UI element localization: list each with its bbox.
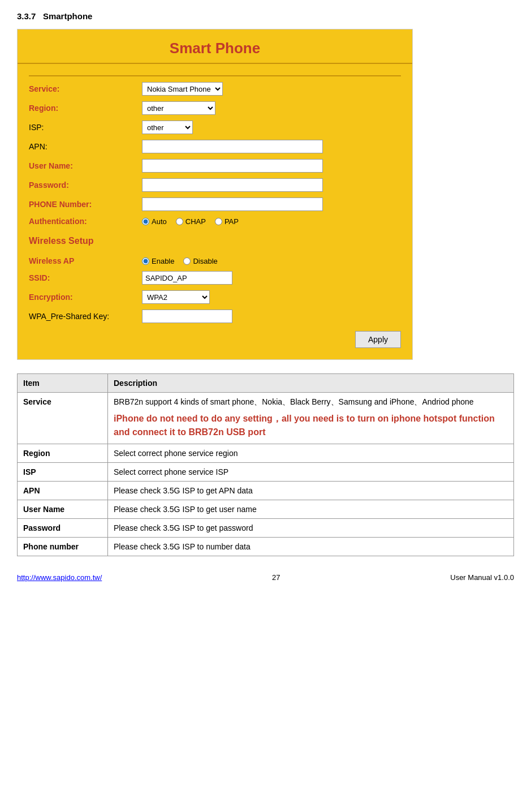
table-row: RegionSelect correct phone service regio… <box>18 444 514 463</box>
info-table: Item Description ServiceBRB72n support 4… <box>17 373 514 556</box>
panel-title: Smart Phone <box>170 40 260 57</box>
apply-row: Apply <box>29 331 401 348</box>
table-col2-header: Description <box>108 374 514 393</box>
password-input[interactable] <box>142 178 323 192</box>
phone-input[interactable] <box>142 197 323 211</box>
table-header-row: Item Description <box>18 374 514 393</box>
username-input[interactable] <box>142 159 323 173</box>
table-cell-description: Select correct phone service ISP <box>108 463 514 482</box>
encryption-row: Encryption: WPA2 WPA WEP None <box>29 290 401 304</box>
description-highlight: iPhone do not need to do any setting，all… <box>114 412 508 439</box>
table-cell-item: User Name <box>18 500 108 519</box>
panel-body: Service: Nokia Smart Phone Black Berry S… <box>18 64 412 359</box>
encryption-select[interactable]: WPA2 WPA WEP None <box>142 290 210 304</box>
wireless-disable-text: Disable <box>193 257 217 265</box>
auth-chap-radio[interactable] <box>176 218 183 225</box>
section-heading: 3.3.7 Smartphone <box>17 11 514 21</box>
auth-auto-radio[interactable] <box>142 218 149 225</box>
table-cell-description: Please check 3.5G ISP to get APN data <box>108 482 514 500</box>
service-row: Service: Nokia Smart Phone Black Berry S… <box>29 82 401 96</box>
table-cell-item: Service <box>18 393 108 444</box>
auth-pap-label[interactable]: PAP <box>215 217 239 226</box>
table-cell-description: Please check 3.5G ISP to number data <box>108 538 514 556</box>
description-normal: BRB72n support 4 kinds of smart phone、No… <box>114 397 474 406</box>
auth-pap-radio[interactable] <box>215 218 222 225</box>
table-row: ISPSelect correct phone service ISP <box>18 463 514 482</box>
auth-auto-label[interactable]: Auto <box>142 217 167 226</box>
wireless-enable-radio[interactable] <box>142 257 149 265</box>
section-title: Smartphone <box>43 11 93 21</box>
region-label: Region: <box>29 104 142 113</box>
wpa-input[interactable] <box>142 310 232 323</box>
auth-auto-text: Auto <box>152 217 167 226</box>
auth-chap-text: CHAP <box>185 217 206 226</box>
phone-row: PHONE Number: <box>29 197 401 211</box>
table-cell-description: Please check 3.5G ISP to get user name <box>108 500 514 519</box>
auth-chap-label[interactable]: CHAP <box>176 217 206 226</box>
service-label: Service: <box>29 84 142 93</box>
ssid-label: SSID: <box>29 273 142 282</box>
footer-manual-version: User Manual v1.0.0 <box>450 573 514 582</box>
apn-input[interactable] <box>142 140 323 153</box>
phone-label: PHONE Number: <box>29 200 142 209</box>
auth-row: Authentication: Auto CHAP PAP <box>29 217 401 226</box>
isp-row: ISP: other <box>29 121 401 134</box>
table-cell-description: Select correct phone service region <box>108 444 514 463</box>
panel-divider <box>29 75 401 76</box>
encryption-label: Encryption: <box>29 293 142 302</box>
wireless-enable-label[interactable]: Enable <box>142 257 174 265</box>
wpa-row: WPA_Pre-Shared Key: <box>29 310 401 323</box>
wireless-setup-label: Wireless Setup <box>29 236 94 246</box>
ssid-row: SSID: <box>29 271 401 285</box>
description-normal: Please check 3.5G ISP to number data <box>114 542 251 551</box>
description-normal: Select correct phone service region <box>114 449 238 458</box>
apn-row: APN: <box>29 140 401 153</box>
table-row: ServiceBRB72n support 4 kinds of smart p… <box>18 393 514 444</box>
wireless-disable-radio[interactable] <box>183 257 191 265</box>
wireless-disable-label[interactable]: Disable <box>183 257 217 265</box>
password-row: Password: <box>29 178 401 192</box>
table-row: APNPlease check 3.5G ISP to get APN data <box>18 482 514 500</box>
table-cell-item: ISP <box>18 463 108 482</box>
table-cell-description: Please check 3.5G ISP to get password <box>108 519 514 538</box>
auth-label: Authentication: <box>29 217 142 226</box>
wireless-ap-label: Wireless AP <box>29 256 142 265</box>
apply-button[interactable]: Apply <box>355 331 401 348</box>
smart-phone-panel: Smart Phone Service: Nokia Smart Phone B… <box>17 29 413 360</box>
description-normal: Please check 3.5G ISP to get APN data <box>114 486 253 495</box>
service-select[interactable]: Nokia Smart Phone Black Berry Samsung iP… <box>142 82 223 96</box>
apn-label: APN: <box>29 142 142 151</box>
wireless-enable-text: Enable <box>152 257 174 265</box>
region-select[interactable]: other <box>142 101 215 115</box>
ssid-input[interactable] <box>142 271 232 285</box>
table-cell-item: APN <box>18 482 108 500</box>
isp-select[interactable]: other <box>142 121 193 134</box>
table-cell-description: BRB72n support 4 kinds of smart phone、No… <box>108 393 514 444</box>
footer-link[interactable]: http://www.sapido.com.tw/ <box>17 573 102 582</box>
panel-title-bar: Smart Phone <box>18 29 412 64</box>
region-row: Region: other <box>29 101 401 115</box>
table-cell-item: Phone number <box>18 538 108 556</box>
isp-label: ISP: <box>29 123 142 132</box>
wireless-ap-row: Wireless AP Enable Disable <box>29 256 401 265</box>
wpa-label: WPA_Pre-Shared Key: <box>29 312 142 321</box>
wireless-radio-group: Enable Disable <box>142 257 218 265</box>
wireless-setup-row: Wireless Setup <box>29 231 401 251</box>
page-footer: http://www.sapido.com.tw/ 27 User Manual… <box>17 573 514 582</box>
password-label: Password: <box>29 181 142 190</box>
table-cell-item: Password <box>18 519 108 538</box>
table-row: User NamePlease check 3.5G ISP to get us… <box>18 500 514 519</box>
footer-page-number: 27 <box>272 573 280 582</box>
table-col1-header: Item <box>18 374 108 393</box>
auth-radio-group: Auto CHAP PAP <box>142 217 239 226</box>
section-number: 3.3.7 <box>17 11 36 21</box>
description-normal: Please check 3.5G ISP to get user name <box>114 505 257 514</box>
table-cell-item: Region <box>18 444 108 463</box>
table-row: Phone numberPlease check 3.5G ISP to num… <box>18 538 514 556</box>
description-normal: Select correct phone service ISP <box>114 467 228 476</box>
username-row: User Name: <box>29 159 401 173</box>
table-row: PasswordPlease check 3.5G ISP to get pas… <box>18 519 514 538</box>
auth-pap-text: PAP <box>225 217 239 226</box>
description-normal: Please check 3.5G ISP to get password <box>114 523 253 532</box>
username-label: User Name: <box>29 161 142 170</box>
